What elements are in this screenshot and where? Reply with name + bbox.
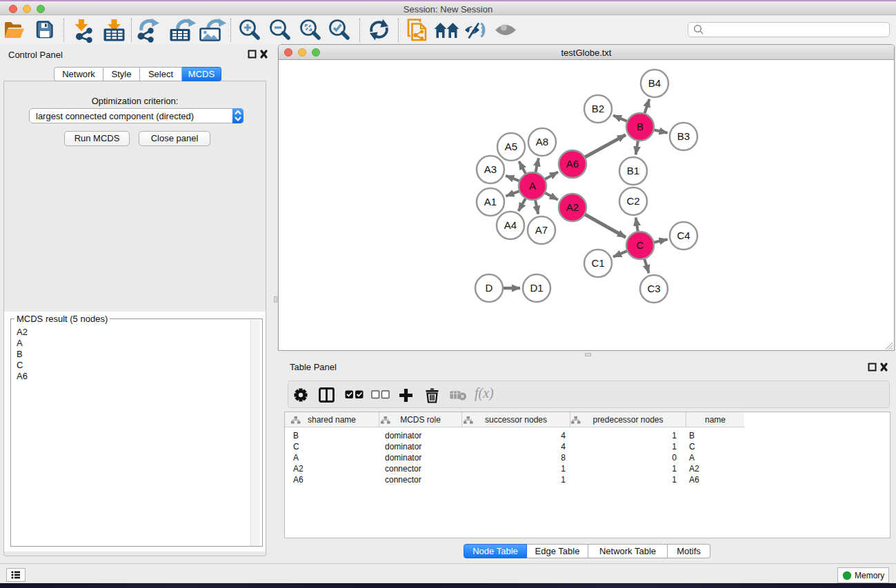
svg-text:A8: A8: [536, 136, 548, 148]
svg-text:A6: A6: [566, 158, 579, 170]
svg-text:B3: B3: [677, 130, 690, 142]
svg-text:B1: B1: [627, 165, 639, 176]
svg-text:B2: B2: [592, 103, 604, 114]
svg-text:A2: A2: [566, 201, 579, 213]
svg-text:B: B: [637, 121, 644, 132]
svg-text:B4: B4: [648, 77, 661, 89]
svg-text:A7: A7: [535, 224, 548, 236]
svg-text:C4: C4: [677, 230, 690, 241]
svg-text:C: C: [637, 239, 644, 251]
svg-text:A3: A3: [484, 163, 497, 175]
svg-text:A1: A1: [484, 196, 497, 207]
svg-text:C2: C2: [626, 195, 639, 207]
svg-text:C1: C1: [591, 257, 604, 269]
svg-text:D1: D1: [530, 282, 543, 294]
svg-text:A4: A4: [504, 219, 517, 231]
svg-text:D: D: [486, 282, 493, 294]
svg-text:C3: C3: [647, 283, 660, 294]
svg-text:A5: A5: [505, 141, 517, 152]
svg-text:A: A: [529, 180, 536, 192]
